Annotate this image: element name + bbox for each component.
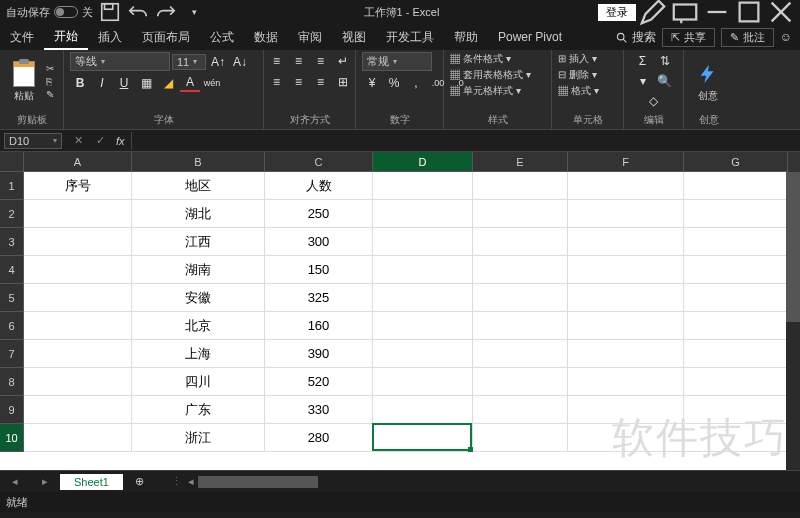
sheet-tab[interactable]: Sheet1 — [60, 474, 123, 490]
formula-input[interactable] — [131, 132, 800, 150]
cell-F8[interactable] — [568, 368, 684, 396]
cell-A10[interactable] — [24, 424, 132, 452]
cell-D6[interactable] — [373, 312, 473, 340]
font-color-button[interactable]: A — [180, 74, 200, 92]
cell-C8[interactable]: 520 — [265, 368, 373, 396]
cell-E10[interactable] — [473, 424, 568, 452]
cell-B3[interactable]: 江西 — [132, 228, 265, 256]
cell-E8[interactable] — [473, 368, 568, 396]
tab-Power Pivot[interactable]: Power Pivot — [488, 24, 572, 50]
insert-cells-button[interactable]: ⊞ 插入 ▾ — [558, 52, 597, 66]
cell-G1[interactable] — [684, 172, 788, 200]
underline-button[interactable]: U — [114, 74, 134, 92]
increase-font-icon[interactable]: A↑ — [208, 53, 228, 71]
copy-icon[interactable]: ⎘ — [46, 76, 54, 87]
pen-icon[interactable] — [638, 1, 668, 23]
format-painter-icon[interactable]: ✎ — [46, 89, 54, 100]
tab-帮助[interactable]: 帮助 — [444, 24, 488, 50]
border-button[interactable]: ▦ — [136, 74, 156, 92]
cell-E5[interactable] — [473, 284, 568, 312]
row-header-1[interactable]: 1 — [0, 172, 24, 200]
wrap-text-icon[interactable]: ↵ — [333, 52, 353, 70]
number-format-combo[interactable]: 常规▾ — [362, 52, 432, 71]
cell-F7[interactable] — [568, 340, 684, 368]
cell-G3[interactable] — [684, 228, 788, 256]
bold-button[interactable]: B — [70, 74, 90, 92]
cell-A2[interactable] — [24, 200, 132, 228]
cell-C7[interactable]: 390 — [265, 340, 373, 368]
ideas-button[interactable]: 创意 — [690, 54, 726, 110]
clear-icon[interactable]: ◇ — [644, 92, 664, 110]
cell-D5[interactable] — [373, 284, 473, 312]
cell-D8[interactable] — [373, 368, 473, 396]
delete-cells-button[interactable]: ⊟ 删除 ▾ — [558, 68, 597, 82]
cell-F1[interactable] — [568, 172, 684, 200]
cell-G9[interactable] — [684, 396, 788, 424]
row-header-9[interactable]: 9 — [0, 396, 24, 424]
cell-A5[interactable] — [24, 284, 132, 312]
cell-E9[interactable] — [473, 396, 568, 424]
cell-A1[interactable]: 序号 — [24, 172, 132, 200]
cell-B4[interactable]: 湖南 — [132, 256, 265, 284]
smiley-icon[interactable]: ☺ — [780, 30, 792, 44]
cell-D2[interactable] — [373, 200, 473, 228]
table-format-button[interactable]: ▦ 套用表格格式 ▾ — [450, 68, 531, 82]
enter-formula-icon[interactable]: ✓ — [90, 132, 110, 150]
cell-C4[interactable]: 150 — [265, 256, 373, 284]
comment-button[interactable]: ✎ 批注 — [721, 28, 774, 47]
align-center-icon[interactable]: ≡ — [289, 73, 309, 91]
cell-F4[interactable] — [568, 256, 684, 284]
cell-G5[interactable] — [684, 284, 788, 312]
minimize-icon[interactable] — [702, 1, 732, 23]
cell-C6[interactable]: 160 — [265, 312, 373, 340]
cell-C1[interactable]: 人数 — [265, 172, 373, 200]
vertical-scroll-thumb[interactable] — [786, 172, 800, 322]
cell-E7[interactable] — [473, 340, 568, 368]
cell-C9[interactable]: 330 — [265, 396, 373, 424]
cell-C3[interactable]: 300 — [265, 228, 373, 256]
row-header-7[interactable]: 7 — [0, 340, 24, 368]
row-header-5[interactable]: 5 — [0, 284, 24, 312]
cell-styles-button[interactable]: ▦ 单元格样式 ▾ — [450, 84, 521, 98]
tab-页面布局[interactable]: 页面布局 — [132, 24, 200, 50]
align-middle-icon[interactable]: ≡ — [289, 52, 309, 70]
cell-G8[interactable] — [684, 368, 788, 396]
tab-审阅[interactable]: 审阅 — [288, 24, 332, 50]
align-bottom-icon[interactable]: ≡ — [311, 52, 331, 70]
vertical-scrollbar[interactable] — [786, 172, 800, 470]
fx-icon[interactable]: fx — [116, 135, 125, 147]
row-header-2[interactable]: 2 — [0, 200, 24, 228]
autosum-icon[interactable]: Σ — [633, 52, 653, 70]
cell-B1[interactable]: 地区 — [132, 172, 265, 200]
ribbon-options-icon[interactable] — [670, 1, 700, 23]
add-sheet-button[interactable]: ⊕ — [129, 473, 151, 491]
cell-D3[interactable] — [373, 228, 473, 256]
login-button[interactable]: 登录 — [598, 4, 636, 21]
find-icon[interactable]: 🔍 — [655, 72, 675, 90]
cell-D10[interactable] — [373, 424, 473, 452]
align-top-icon[interactable]: ≡ — [267, 52, 287, 70]
select-all-corner[interactable] — [0, 152, 24, 172]
save-icon[interactable] — [99, 1, 121, 23]
phonetic-button[interactable]: wén — [202, 74, 222, 92]
maximize-icon[interactable] — [734, 1, 764, 23]
cell-B5[interactable]: 安徽 — [132, 284, 265, 312]
row-header-3[interactable]: 3 — [0, 228, 24, 256]
align-left-icon[interactable]: ≡ — [267, 73, 287, 91]
merge-icon[interactable]: ⊞ — [333, 73, 353, 91]
format-cells-button[interactable]: ▦ 格式 ▾ — [558, 84, 599, 98]
tab-插入[interactable]: 插入 — [88, 24, 132, 50]
undo-icon[interactable] — [127, 1, 149, 23]
column-header-B[interactable]: B — [132, 152, 265, 172]
currency-icon[interactable]: ¥ — [362, 74, 382, 92]
cell-G10[interactable] — [684, 424, 788, 452]
tab-视图[interactable]: 视图 — [332, 24, 376, 50]
decrease-font-icon[interactable]: A↓ — [230, 53, 250, 71]
font-name-combo[interactable]: 等线▾ — [70, 52, 170, 71]
close-icon[interactable] — [766, 1, 796, 23]
cell-B7[interactable]: 上海 — [132, 340, 265, 368]
cell-A6[interactable] — [24, 312, 132, 340]
cell-A3[interactable] — [24, 228, 132, 256]
cell-D1[interactable] — [373, 172, 473, 200]
redo-icon[interactable] — [155, 1, 177, 23]
